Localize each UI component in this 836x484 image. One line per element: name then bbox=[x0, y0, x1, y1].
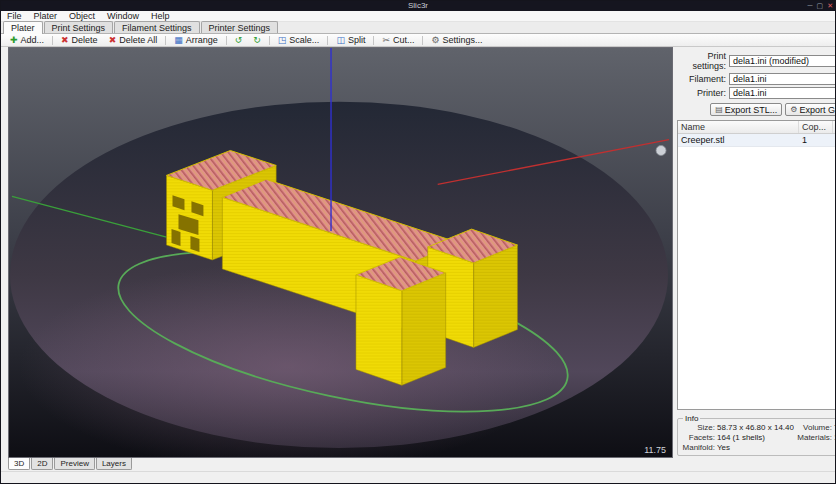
volume-label: Volume: bbox=[794, 423, 834, 433]
settings-icon: ⚙ bbox=[431, 35, 439, 45]
table-row[interactable]: Creeper.stl 1 100% bbox=[678, 134, 836, 147]
menu-object[interactable]: Object bbox=[63, 11, 101, 22]
delete-all-label: Delete All bbox=[119, 35, 157, 45]
main-area: 11.75 Print settings: dela1.ini (modifie… bbox=[1, 47, 835, 458]
export-buttons: ▤ Export STL... ⚙ Export G-code... bbox=[677, 103, 836, 116]
view-tab-3d[interactable]: 3D bbox=[8, 458, 30, 470]
arrange-button[interactable]: ▦ Arrange bbox=[169, 34, 223, 46]
filament-label: Filament: bbox=[677, 74, 729, 84]
export-gcode-label: Export G-code... bbox=[799, 105, 836, 115]
close-icon[interactable]: ✕ bbox=[827, 1, 833, 11]
tab-print-settings[interactable]: Print Settings bbox=[44, 21, 114, 33]
manifold-value: Yes bbox=[717, 443, 794, 453]
column-name[interactable]: Name bbox=[678, 121, 799, 133]
tab-plater[interactable]: Plater bbox=[3, 21, 43, 34]
info-title: Info bbox=[683, 414, 700, 423]
column-copies[interactable]: Cop... bbox=[799, 121, 833, 133]
export-gcode-icon: ⚙ bbox=[790, 105, 797, 114]
info-row-facets: Facets: 164 (1 shells) Materials: 1 bbox=[681, 433, 836, 443]
toolbar-separator bbox=[226, 36, 227, 45]
view-tab-preview[interactable]: Preview bbox=[54, 458, 94, 470]
export-stl-icon: ▤ bbox=[715, 105, 723, 114]
size-label: Size: bbox=[681, 423, 717, 433]
settings-tabbar: Plater Print Settings Filament Settings … bbox=[1, 22, 835, 34]
status-bar bbox=[1, 471, 835, 484]
delete-label: Delete bbox=[72, 35, 98, 45]
menu-plater[interactable]: Plater bbox=[28, 11, 64, 22]
scale-button[interactable]: ◳ Scale... bbox=[273, 34, 325, 46]
z-indicator: 11.75 bbox=[644, 445, 666, 455]
print-settings-value: dela1.ini (modified) bbox=[733, 56, 809, 66]
print-settings-row: Print settings: dela1.ini (modified) ▾ bbox=[677, 51, 836, 71]
delete-icon: ✖ bbox=[61, 35, 69, 45]
viewport-canvas: 11.75 bbox=[9, 48, 672, 457]
split-label: Split bbox=[348, 35, 366, 45]
materials-label: Materials: bbox=[794, 433, 834, 443]
info-row-manifold: Manifold: Yes bbox=[681, 443, 836, 453]
object-copies: 1 bbox=[799, 134, 833, 146]
delete-all-button[interactable]: ✖ Delete All bbox=[104, 34, 163, 46]
filament-value: dela1.ini bbox=[733, 74, 767, 84]
toolbar-separator bbox=[52, 36, 53, 45]
cut-button[interactable]: ✂ Cut... bbox=[377, 34, 419, 46]
export-stl-label: Export STL... bbox=[725, 105, 778, 115]
maximize-icon[interactable]: ▢ bbox=[817, 1, 824, 11]
object-list-empty-area bbox=[678, 147, 836, 409]
arrange-icon: ▦ bbox=[174, 35, 183, 45]
export-gcode-button[interactable]: ⚙ Export G-code... bbox=[785, 103, 836, 116]
split-icon: ◫ bbox=[336, 35, 345, 45]
tab-printer-settings[interactable]: Printer Settings bbox=[201, 21, 279, 33]
add-label: Add... bbox=[21, 35, 45, 45]
axis-handle[interactable] bbox=[656, 146, 666, 156]
filament-row: Filament: dela1.ini ▾ bbox=[677, 73, 836, 85]
menu-file[interactable]: File bbox=[1, 11, 28, 22]
arrange-label: Arrange bbox=[186, 35, 218, 45]
toolbar-separator bbox=[422, 36, 423, 45]
split-button[interactable]: ◫ Split bbox=[331, 34, 370, 46]
info-row-size: Size: 58.73 x 46.80 x 14.40 Volume: 7625… bbox=[681, 423, 836, 433]
toolbar-separator bbox=[165, 36, 166, 45]
toolbar-separator bbox=[373, 36, 374, 45]
rotate-cw-button[interactable]: ↻ bbox=[248, 34, 266, 46]
object-list: Name Cop... Scale Creeper.stl 1 100% bbox=[677, 120, 836, 410]
3d-viewport[interactable]: 11.75 bbox=[8, 47, 673, 458]
add-button[interactable]: ✚ Add... bbox=[5, 34, 49, 46]
rotate-cw-icon: ↻ bbox=[253, 35, 261, 45]
scale-label: Scale... bbox=[289, 35, 319, 45]
rotate-ccw-button[interactable]: ↺ bbox=[230, 34, 248, 46]
delete-button[interactable]: ✖ Delete bbox=[56, 34, 103, 46]
plater-toolbar: ✚ Add... ✖ Delete ✖ Delete All ▦ Arrange… bbox=[1, 34, 835, 47]
menu-help[interactable]: Help bbox=[145, 11, 176, 22]
settings-label: Settings... bbox=[443, 35, 483, 45]
menu-window[interactable]: Window bbox=[101, 11, 145, 22]
add-icon: ✚ bbox=[10, 35, 18, 45]
rotate-ccw-icon: ↺ bbox=[235, 35, 243, 45]
size-value: 58.73 x 46.80 x 14.40 bbox=[717, 423, 794, 433]
print-settings-select[interactable]: dela1.ini (modified) ▾ bbox=[729, 55, 836, 67]
sidebar: Print settings: dela1.ini (modified) ▾ F… bbox=[675, 47, 836, 458]
minimize-icon[interactable]: ─ bbox=[808, 1, 813, 11]
window-controls: ─ ▢ ✕ bbox=[808, 1, 833, 11]
toolbar-separator bbox=[269, 36, 270, 45]
info-box: Info Size: 58.73 x 46.80 x 14.40 Volume:… bbox=[677, 418, 836, 456]
printer-label: Printer: bbox=[677, 88, 729, 98]
filament-select[interactable]: dela1.ini ▾ bbox=[729, 73, 836, 85]
object-list-header: Name Cop... Scale bbox=[678, 121, 836, 134]
cut-icon: ✂ bbox=[382, 35, 390, 45]
window-title: Slic3r bbox=[408, 1, 428, 11]
view-tab-layers[interactable]: Layers bbox=[96, 458, 132, 470]
cut-label: Cut... bbox=[393, 35, 415, 45]
print-settings-label: Print settings: bbox=[677, 51, 729, 71]
toolbar-separator bbox=[327, 36, 328, 45]
manifold-label: Manifold: bbox=[681, 443, 717, 453]
titlebar: Slic3r ─ ▢ ✕ bbox=[1, 1, 835, 11]
delete-all-icon: ✖ bbox=[109, 35, 117, 45]
printer-select[interactable]: dela1.ini ▾ bbox=[729, 87, 836, 99]
facets-label: Facets: bbox=[681, 433, 717, 443]
tab-filament-settings[interactable]: Filament Settings bbox=[114, 21, 200, 33]
printer-value: dela1.ini bbox=[733, 88, 767, 98]
export-stl-button[interactable]: ▤ Export STL... bbox=[710, 103, 782, 116]
info-spacer bbox=[794, 443, 834, 453]
settings-button[interactable]: ⚙ Settings... bbox=[426, 34, 487, 46]
view-tab-2d[interactable]: 2D bbox=[31, 458, 53, 470]
